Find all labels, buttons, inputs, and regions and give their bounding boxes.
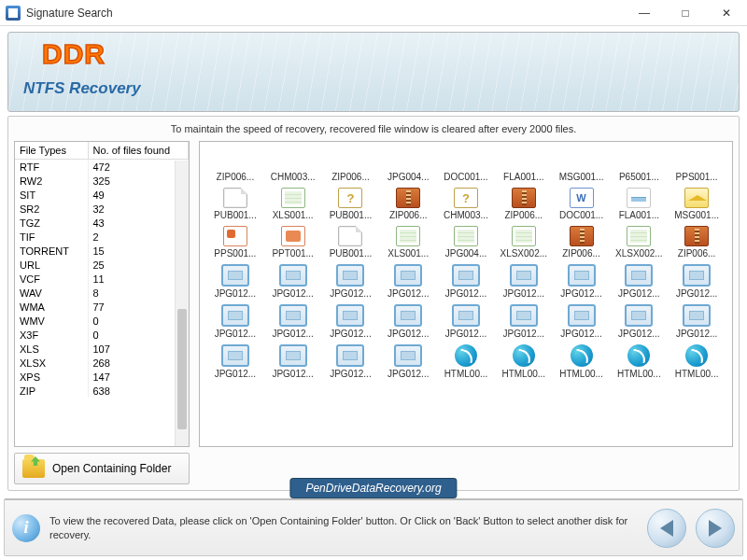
table-row[interactable]: WAV8: [15, 286, 189, 300]
file-item[interactable]: HTML00...: [669, 343, 725, 381]
file-item[interactable]: P65001...: [611, 147, 667, 184]
file-label: PPT001...: [272, 248, 313, 259]
file-item[interactable]: XLSX002...: [496, 224, 552, 260]
table-row[interactable]: X3F0: [15, 328, 189, 342]
file-item[interactable]: JPG012...: [323, 343, 379, 381]
cell-type: TIF: [15, 230, 88, 244]
file-item[interactable]: XLS001...: [380, 224, 436, 260]
cell-count: 268: [88, 356, 189, 370]
table-row[interactable]: XPS147: [15, 370, 189, 384]
table-row[interactable]: RW2325: [15, 174, 189, 188]
file-item[interactable]: JPG012...: [669, 262, 725, 301]
table-row[interactable]: RTF472: [15, 160, 189, 175]
next-button[interactable]: [696, 509, 735, 548]
file-item[interactable]: ZIP006...: [207, 147, 263, 184]
file-item[interactable]: JPG012...: [496, 302, 552, 341]
file-item[interactable]: PPS001...: [669, 147, 725, 184]
file-item[interactable]: JPG012...: [611, 302, 667, 341]
file-item[interactable]: JPG012...: [323, 302, 379, 341]
file-item[interactable]: XLS001...: [265, 186, 321, 222]
file-item[interactable]: FLA001...: [496, 147, 552, 184]
table-row[interactable]: XLS107: [15, 342, 189, 356]
file-item[interactable]: DOC001...: [554, 186, 610, 222]
file-label: JPG012...: [330, 369, 371, 379]
file-item[interactable]: MSG001...: [554, 147, 610, 184]
file-item[interactable]: JPG012...: [380, 262, 436, 301]
file-item[interactable]: JPG012...: [438, 302, 494, 341]
file-label: DOC001...: [559, 210, 603, 220]
file-label: XLSX002...: [500, 248, 547, 259]
table-row[interactable]: SIT49: [15, 188, 189, 202]
close-button[interactable]: ✕: [706, 0, 747, 26]
jpg-file-icon: [221, 304, 249, 327]
file-item[interactable]: PUB001...: [323, 224, 379, 260]
file-item[interactable]: JPG012...: [380, 302, 436, 341]
file-item[interactable]: ZIP006...: [496, 186, 552, 222]
file-item[interactable]: JPG012...: [207, 262, 263, 301]
file-item[interactable]: DOC001...: [438, 147, 494, 184]
file-item[interactable]: JPG012...: [380, 343, 436, 381]
table-row[interactable]: TGZ43: [15, 216, 189, 230]
file-item[interactable]: FLA001...: [611, 186, 667, 222]
table-row[interactable]: VCF11: [15, 272, 189, 286]
file-label: JPG012...: [445, 288, 486, 299]
file-item[interactable]: JPG004...: [380, 147, 436, 184]
open-containing-folder-button[interactable]: Open Containing Folder: [14, 453, 190, 484]
file-item[interactable]: JPG012...: [265, 262, 321, 301]
jpg-file-icon: [568, 264, 596, 287]
file-item[interactable]: JPG012...: [611, 262, 667, 301]
table-row[interactable]: TORRENT15: [15, 244, 189, 258]
file-item[interactable]: JPG012...: [496, 262, 552, 301]
file-item[interactable]: JPG012...: [669, 302, 725, 341]
back-button[interactable]: [647, 509, 686, 548]
file-item[interactable]: HTML00...: [438, 343, 494, 381]
scrollbar[interactable]: [175, 161, 189, 446]
cell-type: RW2: [15, 174, 88, 188]
file-label: JPG012...: [272, 329, 313, 339]
table-row[interactable]: SR232: [15, 202, 189, 216]
file-item[interactable]: ZIP006...: [554, 224, 610, 260]
file-label: ZIP006...: [678, 248, 716, 259]
file-item[interactable]: JPG012...: [323, 262, 379, 301]
file-label: JPG012...: [330, 329, 371, 339]
file-item[interactable]: ZIP006...: [669, 224, 725, 260]
file-item[interactable]: PPT001...: [265, 224, 321, 260]
file-item[interactable]: ZIP006...: [323, 147, 379, 184]
jpg-file-icon: [510, 304, 538, 327]
html-file-icon: [627, 344, 650, 367]
file-item[interactable]: PUB001...: [207, 186, 263, 222]
file-item[interactable]: XLSX002...: [611, 224, 667, 260]
file-item[interactable]: JPG012...: [265, 343, 321, 381]
cell-count: 11: [88, 272, 189, 286]
table-row[interactable]: XLSX268: [15, 356, 189, 370]
table-row[interactable]: URL25: [15, 258, 189, 272]
file-item[interactable]: JPG012...: [265, 302, 321, 341]
file-item[interactable]: JPG012...: [554, 262, 610, 301]
file-item[interactable]: MSG001...: [669, 186, 725, 222]
file-item[interactable]: HTML00...: [554, 343, 610, 381]
file-item[interactable]: ZIP006...: [380, 186, 436, 222]
file-item[interactable]: CHM003...: [438, 186, 494, 222]
file-types-table[interactable]: File Types No. of files found RTF472RW23…: [15, 142, 189, 398]
file-item[interactable]: JPG004...: [438, 224, 494, 260]
table-row[interactable]: TIF2: [15, 230, 189, 244]
file-item[interactable]: JPG012...: [554, 302, 610, 341]
file-item[interactable]: HTML00...: [496, 343, 552, 381]
file-item[interactable]: JPG012...: [207, 302, 263, 341]
file-item[interactable]: PPS001...: [207, 224, 263, 260]
maximize-button[interactable]: □: [665, 0, 706, 26]
file-item[interactable]: CHM003...: [265, 147, 321, 184]
table-row[interactable]: ZIP638: [15, 384, 189, 398]
table-row[interactable]: WMV0: [15, 314, 189, 328]
file-item[interactable]: HTML00...: [611, 343, 667, 381]
cell-type: WMA: [15, 300, 88, 314]
col-header-count[interactable]: No. of files found: [88, 142, 189, 160]
col-header-type[interactable]: File Types: [15, 142, 88, 160]
file-item[interactable]: JPG012...: [438, 262, 494, 301]
file-item[interactable]: JPG012...: [207, 343, 263, 381]
table-row[interactable]: WMA77: [15, 300, 189, 314]
scrollbar-thumb[interactable]: [177, 309, 187, 429]
file-item[interactable]: PUB001...: [323, 186, 379, 222]
file-label: JPG012...: [676, 288, 717, 299]
minimize-button[interactable]: —: [624, 0, 665, 26]
